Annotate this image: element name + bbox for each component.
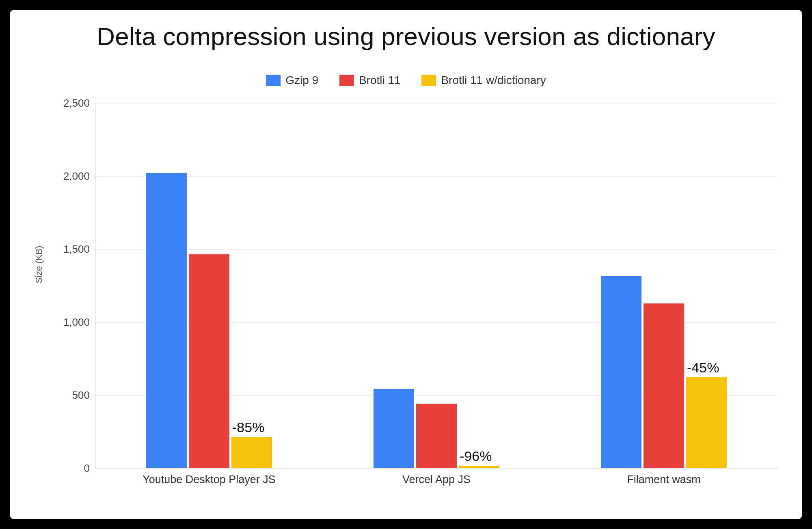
bar-brotli-dict bbox=[686, 377, 727, 468]
bar-brotli bbox=[416, 404, 457, 468]
plot-area: 0 500 1,000 1,500 2,000 2,500 Youtube De… bbox=[95, 103, 777, 468]
bar-brotli bbox=[644, 303, 684, 468]
legend-swatch-brotli-dict bbox=[421, 75, 436, 86]
legend-label: Gzip 9 bbox=[285, 74, 318, 87]
gridline bbox=[95, 468, 777, 469]
legend-label: Brotli 11 bbox=[359, 74, 401, 87]
y-tick: 500 bbox=[72, 389, 90, 402]
legend-item-brotli: Brotli 11 bbox=[339, 74, 401, 87]
bar-brotli bbox=[189, 254, 229, 468]
x-tick: Vercel App JS bbox=[402, 473, 471, 486]
bar-gzip bbox=[146, 173, 187, 468]
bar-annotation: -45% bbox=[687, 360, 719, 376]
bar-annotation: -85% bbox=[232, 419, 264, 435]
bar-gzip bbox=[374, 389, 414, 468]
legend-item-brotli-dict: Brotli 11 w/dictionary bbox=[421, 74, 546, 87]
y-axis-label: Size (KB) bbox=[34, 246, 44, 284]
y-tick: 2,000 bbox=[63, 170, 90, 183]
bar-brotli-dict bbox=[459, 466, 499, 468]
legend-item-gzip: Gzip 9 bbox=[266, 74, 318, 87]
bar-brotli-dict bbox=[231, 437, 272, 468]
x-tick: Youtube Desktop Player JS bbox=[143, 473, 276, 486]
y-tick: 1,000 bbox=[63, 316, 90, 329]
legend-label: Brotli 11 w/dictionary bbox=[441, 74, 546, 87]
bar-gzip bbox=[601, 276, 641, 468]
legend-swatch-gzip bbox=[266, 75, 281, 86]
gridline bbox=[95, 103, 777, 103]
x-tick: Filament wasm bbox=[627, 473, 701, 486]
y-tick: 2,500 bbox=[63, 97, 90, 110]
chart-title: Delta compression using previous version… bbox=[10, 22, 802, 51]
y-tick: 1,500 bbox=[63, 243, 90, 256]
y-tick: 0 bbox=[84, 462, 90, 475]
legend-swatch-brotli bbox=[339, 75, 354, 86]
chart-card: Delta compression using previous version… bbox=[10, 10, 802, 519]
chart-legend: Gzip 9 Brotli 11 Brotli 11 w/dictionary bbox=[10, 74, 802, 89]
bar-annotation: -96% bbox=[460, 448, 492, 464]
